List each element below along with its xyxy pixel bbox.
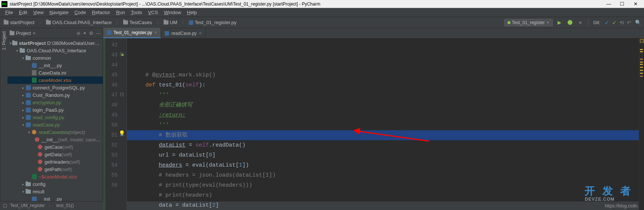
line-number[interactable]: 53	[105, 150, 118, 160]
line-number[interactable]: 56	[105, 180, 118, 190]
line-number[interactable]: 44	[105, 60, 118, 70]
line-number[interactable]: 47−	[105, 90, 118, 100]
maximize-button[interactable]: ☐	[620, 1, 625, 7]
code-line[interactable]: headers = eval(dataList[1])	[145, 160, 644, 170]
code-line[interactable]: def test_01(self):	[145, 80, 644, 90]
tree-root[interactable]: ▾startProject D:\360MoveData\Users\lenov…	[7, 39, 103, 47]
warning-mark[interactable]	[640, 59, 643, 60]
tree-item[interactable]: getData(self)	[7, 151, 103, 158]
warning-mark[interactable]	[640, 73, 643, 74]
close-tab-icon[interactable]: ×	[199, 31, 201, 36]
breadcrumb-item[interactable]: startProject	[2, 20, 36, 25]
tree-item[interactable]: ~$caseModel.xlsx	[7, 173, 103, 180]
git-commit-icon[interactable]: ✓	[612, 20, 617, 26]
close-button[interactable]: ✕	[633, 1, 638, 7]
tree-item[interactable]: ▸Cust_Random.py	[7, 91, 103, 99]
run-configuration-selector[interactable]: Test_01_register ▼	[504, 19, 553, 26]
editor-tab[interactable]: Test_01_register.py×	[103, 28, 161, 38]
tree-item[interactable]: ▾readCase.py	[7, 121, 103, 128]
line-number[interactable]: 54	[105, 160, 118, 170]
menu-navigate[interactable]: Navigate	[46, 9, 71, 16]
menu-vcs[interactable]: VCS	[145, 9, 161, 16]
warning-mark[interactable]	[640, 49, 643, 50]
line-number[interactable]: 55	[105, 170, 118, 180]
git-revert-icon[interactable]: ↶	[627, 20, 631, 26]
git-update-icon[interactable]: ✓	[605, 20, 609, 26]
code-line[interactable]: data = dataList[2]	[145, 200, 644, 210]
line-number[interactable]: 49	[105, 110, 118, 120]
menu-run[interactable]: Run	[113, 9, 128, 16]
warning-mark[interactable]	[640, 64, 643, 65]
code-line[interactable]: '''	[145, 90, 644, 100]
breadcrumb-item[interactable]: 〉UM	[154, 19, 179, 26]
tree-item[interactable]: ▾OAS.Cloud.PAAS_Interface	[7, 47, 103, 54]
code-line[interactable]: # print(headers)	[145, 190, 644, 200]
settings-icon[interactable]: ✦	[83, 30, 87, 36]
code-line[interactable]: url = dataList[0]	[145, 150, 644, 160]
code-line[interactable]: # 数据获取	[145, 130, 644, 140]
stop-button[interactable]: ■	[576, 19, 584, 26]
code-editor[interactable]: 💡 # @pytest.mark.skip()def test_01(self)…	[127, 39, 644, 210]
menu-code[interactable]: Code	[72, 9, 89, 16]
menu-edit[interactable]: Edit	[16, 9, 30, 16]
tree-item[interactable]: __init__(self, model, caseNum)	[7, 136, 103, 143]
hide-icon[interactable]: —	[96, 30, 101, 36]
menu-help[interactable]: Help	[184, 9, 200, 16]
tree-item[interactable]: CaseData.ini	[7, 69, 103, 76]
menu-view[interactable]: View	[30, 9, 46, 16]
tree-item[interactable]: ▸config	[7, 180, 103, 188]
code-line[interactable]: :return:	[145, 110, 644, 120]
line-number[interactable]: 46	[105, 80, 118, 90]
tree-item[interactable]: getHeaders(self)	[7, 158, 103, 165]
menu-refactor[interactable]: Refactor	[89, 9, 113, 16]
warning-mark[interactable]	[640, 67, 643, 68]
line-number[interactable]: 50	[105, 120, 118, 130]
tree-item[interactable]: ▾common	[7, 54, 103, 62]
intention-bulb-icon[interactable]: 💡	[119, 129, 125, 139]
tree-item[interactable]: ▾readCasedata(object)	[7, 128, 103, 136]
code-line[interactable]: dataList = self.readData()	[145, 140, 644, 150]
menu-file[interactable]: File	[2, 9, 16, 16]
menu-window[interactable]: Window	[161, 9, 184, 16]
debug-button[interactable]	[566, 19, 574, 26]
line-number[interactable]: 52	[105, 140, 118, 150]
line-number[interactable]: 51−	[105, 130, 118, 140]
tree-item[interactable]: ▸connect_PostgreSQL.py	[7, 84, 103, 91]
line-number[interactable]: 42	[105, 40, 118, 50]
project-tool-tab[interactable]: 1: Project	[0, 28, 7, 201]
warning-mark[interactable]	[640, 70, 643, 71]
code-line[interactable]: # headers = json.loads(dataList[1])	[145, 170, 644, 180]
run-button[interactable]: ▶	[556, 19, 563, 26]
tree-item[interactable]: ▾result	[7, 188, 103, 195]
inspection-stripe[interactable]	[639, 39, 644, 210]
code-line[interactable]: '''	[145, 120, 644, 130]
warning-mark[interactable]	[640, 76, 643, 77]
tree-item[interactable]: ▸login_PaaS.py	[7, 106, 103, 114]
breadcrumb-item[interactable]: 〉TestCases	[114, 19, 154, 26]
gear-icon[interactable]: ⚙	[89, 30, 93, 36]
tree-item[interactable]: ▸read_config.py	[7, 114, 103, 121]
dropdown-icon[interactable]: ▼	[32, 32, 36, 35]
editor-tab[interactable]: readCase.py×	[161, 29, 206, 38]
line-number[interactable]: 45	[105, 70, 118, 80]
fold-icon[interactable]: −	[120, 93, 124, 96]
tree-item[interactable]: getPath(self)	[7, 165, 103, 173]
menu-tools[interactable]: Tools	[128, 9, 145, 16]
close-tab-icon[interactable]: ×	[154, 30, 157, 35]
line-number[interactable]: 48	[105, 100, 118, 110]
gutter[interactable]: 4243▶−44454647−48495051−5253545556	[103, 39, 127, 210]
breadcrumb-item[interactable]: 〉Test_01_register.py	[180, 19, 238, 26]
tree-item[interactable]: __init__.py	[7, 62, 103, 69]
minimize-button[interactable]: —	[606, 1, 611, 7]
code-line[interactable]: # print(type(eval(headers)))	[145, 180, 644, 190]
status-icon[interactable]: ☐	[3, 203, 7, 209]
breadcrumb-item[interactable]: 〉OAS.Cloud.PAAS_Interface	[37, 19, 113, 26]
tree-item[interactable]: caseModel.xlsx	[7, 76, 103, 84]
warning-mark[interactable]	[640, 62, 643, 63]
line-number[interactable]: 43▶−	[105, 50, 118, 60]
search-everywhere-button[interactable]: 🔍	[634, 19, 642, 26]
collapse-icon[interactable]: ⊕	[76, 30, 80, 36]
tree-item[interactable]: getCase(self)	[7, 143, 103, 151]
warning-mark[interactable]	[640, 51, 643, 52]
code-line[interactable]: # @pytest.mark.skip()	[145, 70, 644, 80]
